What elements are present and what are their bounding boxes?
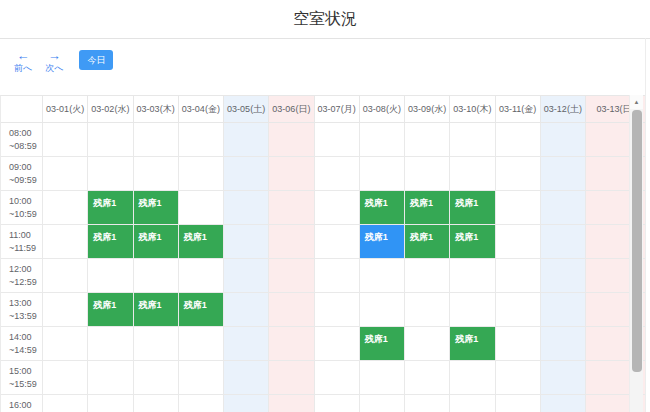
empty-cell-15:00-03-05(土)[interactable] (224, 361, 269, 395)
slot-13:00-03-03(木)[interactable]: 残席1 (134, 293, 179, 327)
empty-cell-16:00-03-01(火)[interactable] (43, 395, 88, 412)
empty-cell-12:00-03-06(日)[interactable] (269, 259, 314, 293)
empty-cell-08:00-03-09(水)[interactable] (405, 123, 450, 157)
empty-cell-14:00-03-11(金)[interactable] (496, 327, 541, 361)
slot-14:00-03-10(木)[interactable]: 残席1 (450, 327, 495, 361)
empty-cell-14:00-03-06(日)[interactable] (269, 327, 314, 361)
empty-cell-12:00-03-09(水)[interactable] (405, 259, 450, 293)
empty-cell-08:00-03-04(金)[interactable] (179, 123, 224, 157)
empty-cell-12:00-03-10(木)[interactable] (450, 259, 495, 293)
empty-cell-16:00-03-07(月)[interactable] (315, 395, 360, 412)
empty-cell-14:00-03-04(金)[interactable] (179, 327, 224, 361)
empty-cell-14:00-03-09(水)[interactable] (405, 327, 450, 361)
empty-cell-16:00-03-04(金)[interactable] (179, 395, 224, 412)
empty-cell-15:00-03-12(土)[interactable] (541, 361, 586, 395)
empty-cell-12:00-03-08(火)[interactable] (360, 259, 405, 293)
empty-cell-11:00-03-12(土)[interactable] (541, 225, 586, 259)
empty-cell-15:00-03-04(金)[interactable] (179, 361, 224, 395)
empty-cell-16:00-03-12(土)[interactable] (541, 395, 586, 412)
slot-10:00-03-09(水)[interactable]: 残席1 (405, 191, 450, 225)
empty-cell-15:00-03-10(木)[interactable] (450, 361, 495, 395)
scrollbar-thumb[interactable] (632, 110, 642, 372)
empty-cell-12:00-03-05(土)[interactable] (224, 259, 269, 293)
empty-cell-09:00-03-02(水)[interactable] (88, 157, 133, 191)
empty-cell-12:00-03-02(水)[interactable] (88, 259, 133, 293)
empty-cell-16:00-03-03(木)[interactable] (134, 395, 179, 412)
empty-cell-09:00-03-06(日)[interactable] (269, 157, 314, 191)
slot-10:00-03-03(木)[interactable]: 残席1 (134, 191, 179, 225)
empty-cell-09:00-03-04(金)[interactable] (179, 157, 224, 191)
empty-cell-10:00-03-05(土)[interactable] (224, 191, 269, 225)
empty-cell-12:00-03-01(火)[interactable] (43, 259, 88, 293)
empty-cell-09:00-03-07(月)[interactable] (315, 157, 360, 191)
empty-cell-15:00-03-03(木)[interactable] (134, 361, 179, 395)
empty-cell-09:00-03-05(土)[interactable] (224, 157, 269, 191)
empty-cell-09:00-03-03(木)[interactable] (134, 157, 179, 191)
empty-cell-13:00-03-01(火)[interactable] (43, 293, 88, 327)
today-button[interactable]: 今日 (79, 50, 113, 70)
empty-cell-10:00-03-01(火)[interactable] (43, 191, 88, 225)
empty-cell-13:00-03-07(月)[interactable] (315, 293, 360, 327)
slot-11:00-03-02(水)[interactable]: 残席1 (88, 225, 133, 259)
slot-11:00-03-10(木)[interactable]: 残席1 (450, 225, 495, 259)
empty-cell-14:00-03-02(水)[interactable] (88, 327, 133, 361)
empty-cell-15:00-03-09(水)[interactable] (405, 361, 450, 395)
empty-cell-16:00-03-06(日)[interactable] (269, 395, 314, 412)
empty-cell-14:00-03-07(月)[interactable] (315, 327, 360, 361)
empty-cell-09:00-03-09(水)[interactable] (405, 157, 450, 191)
empty-cell-10:00-03-06(日)[interactable] (269, 191, 314, 225)
empty-cell-08:00-03-02(水)[interactable] (88, 123, 133, 157)
empty-cell-12:00-03-11(金)[interactable] (496, 259, 541, 293)
empty-cell-15:00-03-07(月)[interactable] (315, 361, 360, 395)
slot-13:00-03-04(金)[interactable]: 残席1 (179, 293, 224, 327)
empty-cell-15:00-03-02(水)[interactable] (88, 361, 133, 395)
empty-cell-13:00-03-06(日)[interactable] (269, 293, 314, 327)
prev-button[interactable]: ← 前へ (14, 50, 32, 74)
empty-cell-10:00-03-12(土)[interactable] (541, 191, 586, 225)
empty-cell-15:00-03-06(日)[interactable] (269, 361, 314, 395)
empty-cell-15:00-03-08(火)[interactable] (360, 361, 405, 395)
empty-cell-16:00-03-11(金)[interactable] (496, 395, 541, 412)
empty-cell-13:00-03-11(金)[interactable] (496, 293, 541, 327)
empty-cell-09:00-03-10(木)[interactable] (450, 157, 495, 191)
scroll-up-arrow-icon[interactable]: ▲ (630, 95, 643, 109)
slot-13:00-03-02(水)[interactable]: 残席1 (88, 293, 133, 327)
next-button[interactable]: → 次へ (45, 50, 63, 74)
empty-cell-11:00-03-01(火)[interactable] (43, 225, 88, 259)
empty-cell-10:00-03-07(月)[interactable] (315, 191, 360, 225)
empty-cell-11:00-03-06(日)[interactable] (269, 225, 314, 259)
empty-cell-12:00-03-07(月)[interactable] (315, 259, 360, 293)
empty-cell-08:00-03-01(火)[interactable] (43, 123, 88, 157)
empty-cell-16:00-03-08(火)[interactable] (360, 395, 405, 412)
empty-cell-11:00-03-05(土)[interactable] (224, 225, 269, 259)
empty-cell-14:00-03-03(木)[interactable] (134, 327, 179, 361)
empty-cell-13:00-03-10(木)[interactable] (450, 293, 495, 327)
empty-cell-08:00-03-06(日)[interactable] (269, 123, 314, 157)
slot-10:00-03-10(木)[interactable]: 残席1 (450, 191, 495, 225)
empty-cell-16:00-03-02(水)[interactable] (88, 395, 133, 412)
empty-cell-16:00-03-09(水)[interactable] (405, 395, 450, 412)
empty-cell-13:00-03-05(土)[interactable] (224, 293, 269, 327)
slot-10:00-03-02(水)[interactable]: 残席1 (88, 191, 133, 225)
empty-cell-09:00-03-11(金)[interactable] (496, 157, 541, 191)
empty-cell-08:00-03-08(火)[interactable] (360, 123, 405, 157)
empty-cell-09:00-03-12(土)[interactable] (541, 157, 586, 191)
empty-cell-15:00-03-11(金)[interactable] (496, 361, 541, 395)
empty-cell-10:00-03-11(金)[interactable] (496, 191, 541, 225)
empty-cell-08:00-03-07(月)[interactable] (315, 123, 360, 157)
empty-cell-08:00-03-03(木)[interactable] (134, 123, 179, 157)
empty-cell-11:00-03-07(月)[interactable] (315, 225, 360, 259)
slot-11:00-03-03(木)[interactable]: 残席1 (134, 225, 179, 259)
slot-11:00-03-08(火)[interactable]: 残席1 (360, 225, 405, 259)
empty-cell-11:00-03-11(金)[interactable] (496, 225, 541, 259)
empty-cell-16:00-03-05(土)[interactable] (224, 395, 269, 412)
empty-cell-13:00-03-08(火)[interactable] (360, 293, 405, 327)
empty-cell-14:00-03-05(土)[interactable] (224, 327, 269, 361)
empty-cell-08:00-03-12(土)[interactable] (541, 123, 586, 157)
vertical-scrollbar[interactable]: ▲ (629, 95, 643, 412)
empty-cell-15:00-03-01(火)[interactable] (43, 361, 88, 395)
empty-cell-08:00-03-10(木)[interactable] (450, 123, 495, 157)
empty-cell-12:00-03-04(金)[interactable] (179, 259, 224, 293)
empty-cell-16:00-03-10(木)[interactable] (450, 395, 495, 412)
slot-10:00-03-08(火)[interactable]: 残席1 (360, 191, 405, 225)
